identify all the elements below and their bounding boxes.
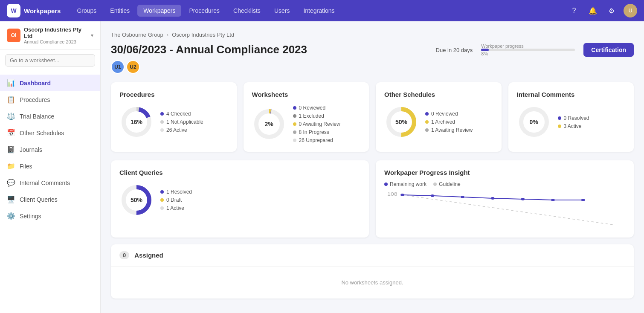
assigned-body: No worksheets assigned.: [111, 267, 634, 299]
nav-links: Groups Entities Workpapers Procedures Ch…: [71, 5, 557, 17]
breadcrumb-separator: ›: [167, 32, 168, 38]
sidebar-item-trial-balance[interactable]: ⚖️ Trial Balance: [0, 108, 100, 125]
lower-section: Client Queries 50% 1 Resolved: [111, 160, 634, 238]
legend-label: 0 Reviewed: [299, 105, 326, 111]
procedures-pct: 16%: [131, 119, 142, 125]
sidebar-item-procedures[interactable]: 📋 Procedures: [0, 91, 100, 108]
insight-section: Workpaper Progress Insight Remaining wor…: [376, 160, 634, 238]
sidebar-item-journals[interactable]: 📓 Journals: [0, 141, 100, 158]
nav-workpapers[interactable]: Workpapers: [137, 5, 181, 17]
header-progress-row: Due in 20 days Workpaper progress 8% Cer…: [436, 43, 634, 57]
legend-item: 1 Excluded: [293, 113, 340, 119]
nav-groups[interactable]: Groups: [71, 5, 102, 17]
internal-comments-donut: 0%: [517, 105, 551, 139]
sidebar-item-other-schedules[interactable]: 📅 Other Schedules: [0, 125, 100, 141]
legend-dot-na: [160, 120, 164, 124]
legend-label: 1 Archived: [431, 119, 455, 125]
legend-dot: [425, 120, 429, 124]
legend-label: 1 Awaiting Review: [431, 127, 473, 133]
nav-entities[interactable]: Entities: [104, 5, 136, 17]
org-info: Oscorp Industries Pty Ltd Annual Complia…: [24, 26, 87, 44]
guideline-dot: [433, 183, 437, 186]
sidebar-item-label: Client Queries: [20, 196, 58, 203]
avatar-2[interactable]: U2: [126, 60, 140, 74]
certification-button[interactable]: Certification: [583, 43, 634, 57]
other-schedules-body: 50% 0 Reviewed 1 Archived 1 Awaiting Rev…: [384, 105, 493, 139]
nav-users[interactable]: Users: [268, 5, 296, 17]
settings-icon[interactable]: ⚙: [605, 4, 618, 17]
search-input[interactable]: [5, 54, 95, 67]
worksheets-pct: 2%: [264, 121, 273, 128]
legend-dot: [558, 116, 561, 120]
legend-label: 4 Checked: [166, 111, 191, 117]
procedures-icon: 📋: [7, 96, 15, 104]
legend-item: 4 Checked: [160, 111, 203, 117]
nav-integrations[interactable]: Integrations: [297, 5, 340, 17]
progress-pct: 8%: [481, 51, 575, 56]
org-sub: Annual Compliance 2023: [24, 39, 87, 44]
due-text: Due in 20 days: [436, 47, 473, 53]
worksheets-card: Worksheets 2% 0 Reviewed: [244, 82, 369, 152]
main-content: The Osbourne Group › Oscorp Industries P…: [101, 21, 644, 313]
sidebar-item-label: Other Schedules: [20, 130, 64, 136]
sidebar-item-internal-comments[interactable]: 💬 Internal Comments: [0, 174, 100, 191]
other-schedules-card: Other Schedules 50% 0 Reviewed: [376, 82, 502, 152]
client-queries-icon: 🖥️: [7, 195, 15, 203]
internal-comments-title: Internal Comments: [517, 91, 626, 98]
other-schedules-title: Other Schedules: [384, 91, 493, 98]
trial-balance-icon: ⚖️: [7, 112, 15, 120]
legend-dot: [558, 125, 561, 128]
svg-point-16: [461, 196, 464, 198]
avatars-row: U1 U2: [111, 60, 634, 74]
org-name: Oscorp Industries Pty Ltd: [24, 26, 87, 39]
chart-area: 108: [384, 191, 625, 229]
sidebar-item-client-queries[interactable]: 🖥️ Client Queries: [0, 191, 100, 208]
other-schedules-donut: 50%: [384, 105, 418, 139]
guideline-label: Guideline: [439, 181, 461, 187]
worksheets-card-body: 2% 0 Reviewed 1 Excluded 0 Awaiting Revi…: [252, 105, 361, 143]
breadcrumb: The Osbourne Group › Oscorp Industries P…: [111, 32, 634, 38]
legend-item: 1 Awaiting Review: [425, 127, 473, 133]
legend-dot: [425, 128, 429, 132]
legend-item: 1 Active: [160, 205, 192, 211]
avatar-1[interactable]: U1: [111, 60, 125, 74]
insight-legend: Remaining work Guideline: [384, 181, 625, 187]
procedures-donut: 16%: [119, 105, 154, 139]
sidebar-item-label: Journals: [20, 146, 42, 153]
procedures-legend: 4 Checked 1 Not Applicable 26 Active: [160, 111, 203, 133]
legend-label: 3 Active: [564, 123, 582, 129]
legend-item: 0 Awaiting Review: [293, 121, 340, 127]
chevron-down-icon[interactable]: ▾: [91, 32, 93, 38]
assigned-empty-message: No worksheets assigned.: [341, 279, 403, 286]
logo[interactable]: W Workpapers: [7, 4, 61, 17]
legend-item: 0 Draft: [160, 197, 192, 203]
nav-procedures[interactable]: Procedures: [183, 5, 226, 17]
svg-point-19: [551, 199, 554, 201]
legend-dot: [293, 114, 296, 118]
sidebar-item-settings[interactable]: ⚙️ Settings: [0, 208, 100, 224]
legend-label: 0 Draft: [166, 197, 182, 203]
legend-label: 0 Awaiting Review: [299, 121, 340, 127]
worksheets-legend: 0 Reviewed 1 Excluded 0 Awaiting Review …: [293, 105, 340, 143]
legend-dot: [425, 112, 429, 116]
dashboard-icon: 📊: [7, 79, 15, 87]
legend-label: 0 Reviewed: [431, 111, 458, 117]
sidebar-item-dashboard[interactable]: 📊 Dashboard: [0, 75, 100, 91]
legend-label: 26 Unprepared: [299, 137, 333, 143]
internal-comments-card: Internal Comments 0% 0 Resolved: [508, 82, 634, 152]
legend-label: 1 Not Applicable: [166, 119, 203, 125]
user-avatar[interactable]: U: [624, 4, 637, 17]
legend-dot: [160, 190, 164, 194]
header-right: Due in 20 days Workpaper progress 8% Cer…: [436, 43, 634, 57]
help-icon[interactable]: ?: [567, 4, 581, 17]
page-header: 30/06/2023 - Annual Compliance 2023 Due …: [111, 43, 634, 57]
sidebar-item-files[interactable]: 📁 Files: [0, 158, 100, 174]
nav-checklists[interactable]: Checklists: [227, 5, 267, 17]
breadcrumb-group[interactable]: The Osbourne Group: [111, 32, 163, 38]
legend-dot-active: [160, 128, 164, 132]
breadcrumb-org[interactable]: Oscorp Industries Pty Ltd: [172, 32, 234, 38]
top-nav: W Workpapers Groups Entities Workpapers …: [0, 0, 644, 21]
legend-label: 1 Active: [166, 205, 184, 211]
svg-point-14: [400, 194, 404, 196]
notifications-icon[interactable]: 🔔: [586, 4, 600, 17]
